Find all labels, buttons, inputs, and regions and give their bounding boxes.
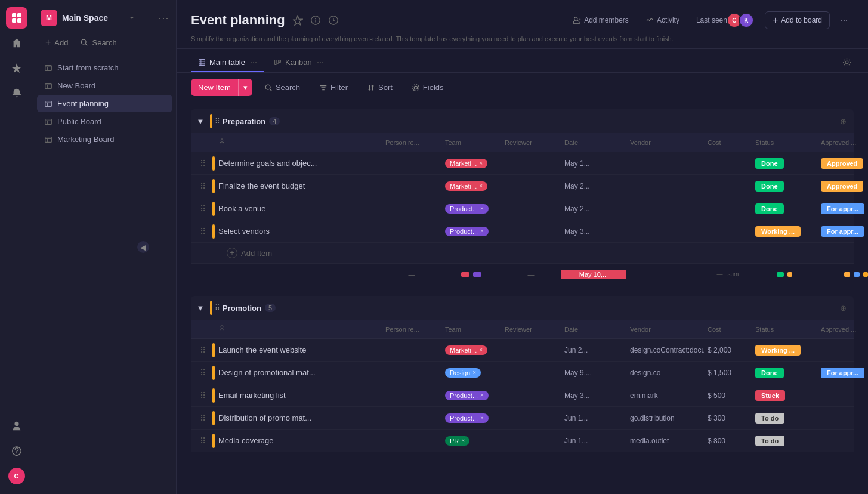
row-status-cell[interactable]: Done [752,365,817,381]
row-name[interactable]: Book a venue [215,200,382,217]
row-date-cell[interactable]: May 2... [561,180,626,193]
row-date-cell[interactable]: May 9,... [561,366,626,379]
row-date-cell[interactable]: May 2... [561,202,626,215]
add-members-button[interactable]: Add members [567,13,635,27]
row-drag-handle[interactable]: ⠿ [193,391,212,400]
row-date-cell[interactable]: May 1... [561,157,626,170]
row-status-cell[interactable]: To do [752,410,817,426]
logo-icon[interactable] [6,7,27,29]
home-icon[interactable] [6,32,27,54]
add-button[interactable]: + Add [41,33,73,51]
row-team-cell[interactable]: Design × [441,366,501,380]
new-item-button[interactable]: New Item ▾ [191,79,252,96]
sidebar-item-new-board[interactable]: New Board [37,77,172,94]
add-to-board-button[interactable]: + Add to board [765,11,830,29]
col-team-header[interactable]: Team [441,321,501,338]
row-approved-cell[interactable]: For appr... [817,201,868,217]
row-drag-handle[interactable]: ⠿ [193,368,212,378]
col-date-header[interactable]: Date [561,134,626,151]
tab-kanban-more-icon[interactable]: ⋯ [317,58,324,67]
new-item-dropdown-arrow[interactable]: ▾ [239,79,252,96]
row-drag-handle[interactable]: ⠿ [193,436,212,446]
help-icon[interactable] [6,440,27,462]
sidebar-item-marketing-board[interactable]: Marketing Board [37,131,172,148]
tag-remove[interactable]: × [479,347,483,353]
add-column-button[interactable]: ⊕ [832,109,854,133]
col-cost-header[interactable]: Cost [704,321,752,338]
col-reviewer-header[interactable]: Reviewer [501,134,561,151]
sidebar-item-start-from-scratch[interactable]: Start from scratch [37,59,172,76]
row-team-cell[interactable]: Product... × [441,224,501,239]
tag-remove[interactable]: × [480,415,484,421]
row-team-cell[interactable]: Marketi... × [441,156,501,171]
row-drag-handle[interactable]: ⠿ [193,345,212,355]
tag-remove[interactable]: × [480,392,484,399]
info-icon[interactable] [310,15,321,26]
row-name[interactable]: Media coverage [215,433,382,449]
row-team-cell[interactable]: Marketi... × [441,179,501,193]
sidebar-item-public-board[interactable]: Public Board [37,113,172,130]
col-vendor-header[interactable]: Vendor [626,134,704,151]
col-status-header[interactable]: Status [752,321,817,338]
row-name[interactable]: Determine goals and objec... [215,155,382,171]
tab-settings-icon[interactable] [840,55,854,71]
row-name[interactable]: Select vendors [215,223,382,239]
row-team-cell[interactable]: Product... × [441,388,501,403]
group-toggle[interactable]: ▼ [191,109,210,133]
tab-main-table[interactable]: Main table ⋯ [191,54,264,72]
star-icon[interactable] [6,57,27,79]
person-icon[interactable] [6,415,27,437]
row-approved-cell[interactable]: For appr... [817,365,868,381]
row-drag-handle[interactable]: ⠿ [193,204,212,214]
search-toolbar-button[interactable]: Search [257,79,307,95]
row-team-cell[interactable]: Marketi... × [441,343,501,357]
row-name[interactable]: Launch the event website [215,342,382,358]
row-name[interactable]: Finalize the event budget [215,178,382,194]
add-column-button[interactable]: ⊕ [832,296,854,320]
col-cost-header[interactable]: Cost [704,134,752,151]
group-toggle[interactable]: ▼ [191,296,210,320]
fields-button[interactable]: Fields [404,79,451,95]
row-status-cell[interactable]: Stuck [752,388,817,403]
row-team-cell[interactable]: Product... × [441,202,501,216]
add-item-row[interactable]: + Add Item [191,243,854,264]
sidebar-item-event-planning[interactable]: Event planning [37,95,172,112]
row-name[interactable]: Distribution of promo mat... [215,410,382,426]
tab-kanban[interactable]: Kanban ⋯ [267,54,331,72]
row-name[interactable]: Email marketing list [215,387,382,403]
col-personre-header[interactable]: Person re... [382,321,441,338]
col-vendor-header[interactable]: Vendor [626,321,704,338]
row-status-cell[interactable]: To do [752,433,817,449]
col-approved-header[interactable]: Approved ... [817,134,868,151]
col-date-header[interactable]: Date [561,321,626,338]
star-favorite-icon[interactable] [292,15,303,26]
row-date-cell[interactable]: May 3... [561,389,626,402]
row-status-cell[interactable]: Working ... [752,342,817,358]
row-date-cell[interactable]: May 3... [561,225,626,238]
col-approved-header[interactable]: Approved ... [817,321,868,338]
col-team-header[interactable]: Team [441,134,501,151]
tag-remove[interactable]: × [479,183,483,189]
row-date-cell[interactable]: Jun 2... [561,344,626,357]
row-status-cell[interactable]: Done [752,178,817,194]
col-personre-header[interactable]: Person re... [382,134,441,151]
row-status-cell[interactable]: Done [752,156,817,171]
col-name-header[interactable] [215,320,382,338]
row-approved-cell[interactable]: Approved [817,178,868,194]
tag-remove[interactable]: × [479,160,483,166]
row-date-cell[interactable]: Jun 1... [561,434,626,447]
row-drag-handle[interactable]: ⠿ [193,181,212,191]
row-drag-handle[interactable]: ⠿ [193,227,212,236]
tag-remove[interactable]: × [461,437,465,444]
sort-button[interactable]: Sort [360,79,400,95]
row-team-cell[interactable]: Product... × [441,411,501,425]
row-approved-cell[interactable]: For appr... [817,224,868,239]
sidebar-collapse-button[interactable]: ◀ [137,241,149,253]
tab-more-icon[interactable]: ⋯ [250,58,257,67]
filter-button[interactable]: Filter [312,79,355,95]
tag-remove[interactable]: × [480,205,484,212]
row-name[interactable]: Design of promotional mat... [215,365,382,381]
row-drag-handle[interactable]: ⠿ [193,159,212,168]
header-more-button[interactable]: ⋯ [835,13,854,27]
sidebar-more-icon[interactable]: ⋯ [158,11,169,24]
